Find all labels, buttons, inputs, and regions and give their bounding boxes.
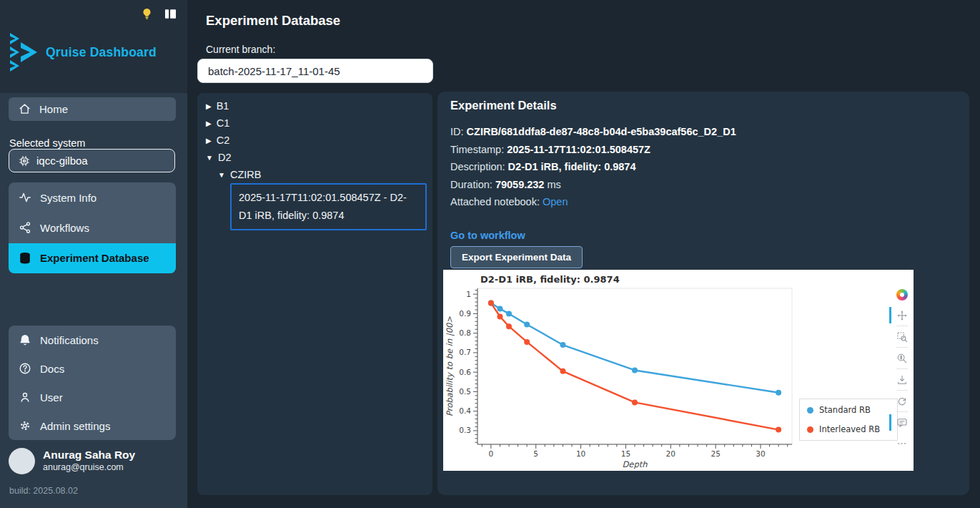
svg-text:5: 5: [533, 449, 538, 458]
svg-text:25: 25: [711, 449, 720, 458]
svg-text:0.3: 0.3: [459, 426, 471, 434]
sidebar-item-label: Admin settings: [40, 420, 110, 432]
sidebar-header: Qruise Dashboard: [0, 0, 187, 93]
bokeh-logo-icon[interactable]: [893, 284, 911, 305]
tree-item-czirb[interactable]: ▼CZIRB: [218, 167, 261, 182]
share-icon: [19, 221, 31, 234]
wheel-zoom-icon[interactable]: [893, 348, 911, 368]
sidebar-item-workflows[interactable]: Workflows: [9, 213, 176, 243]
svg-text:10: 10: [576, 449, 585, 458]
svg-text:20: 20: [666, 449, 675, 458]
svg-text:0.8: 0.8: [459, 328, 471, 337]
field-notebook: Attached notebook: Open: [450, 193, 736, 211]
sidebar-nav-secondary: Notifications Docs User Admin settings: [9, 326, 176, 440]
svg-text:0.7: 0.7: [459, 348, 471, 356]
svg-text:0.9: 0.9: [459, 309, 471, 318]
sidebar-item-label: Home: [39, 103, 68, 115]
tree-item-experiment-selected[interactable]: 2025-11-17T11:02:01.508457Z - D2-D1 iRB,…: [230, 183, 427, 230]
field-id: ID: CZIRB/681ddfa8-de87-48c8-b04d-e5ba39…: [450, 123, 736, 141]
reset-icon[interactable]: [893, 391, 911, 411]
user-name: Anurag Saha Roy: [43, 448, 135, 461]
experiment-details-panel: Experiment Details ID: CZIRB/681ddfa8-de…: [437, 92, 969, 495]
user-email: anurag@qruise.com: [43, 461, 135, 474]
field-timestamp: Timestamp: 2025-11-17T11:02:01.508457Z: [450, 141, 736, 159]
legend-item-standard-rb: Standard RB: [807, 405, 890, 415]
caret-right-icon: ▶: [206, 137, 212, 145]
sidebar-item-label: User: [40, 391, 63, 404]
chip-icon: [19, 155, 30, 167]
sidebar-item-notifications[interactable]: Notifications: [9, 326, 176, 354]
field-duration: Duration: 79059.232 ms: [450, 176, 736, 194]
legend-marker-standard-rb: [807, 407, 813, 414]
current-branch-label: Current branch:: [206, 44, 275, 55]
caret-right-icon: ▶: [206, 102, 212, 110]
caret-down-icon: ▼: [206, 154, 213, 162]
sidebar-item-label: Docs: [40, 363, 64, 375]
app-logo: Qruise Dashboard: [9, 31, 157, 73]
svg-text:Depth: Depth: [622, 459, 648, 469]
svg-text:0: 0: [489, 449, 494, 458]
hover-icon[interactable]: [893, 412, 911, 433]
svg-text:Probability to be in |00>: Probability to be in |00>: [445, 316, 455, 416]
selected-system-label: Selected system: [9, 137, 85, 149]
tree-item-c2[interactable]: ▶C2: [206, 132, 229, 148]
sidebar-item-label: System Info: [40, 192, 96, 204]
sidebar-toggle-icon[interactable]: [164, 7, 177, 21]
svg-text:0.6: 0.6: [459, 368, 471, 376]
user-profile: Anurag Saha Roy anurag@qruise.com: [9, 448, 135, 474]
more-icon[interactable]: ⋯: [893, 433, 911, 454]
svg-text:30: 30: [756, 449, 765, 458]
go-to-workflow-link[interactable]: Go to workflow: [450, 230, 525, 241]
sidebar-item-experiment-database[interactable]: Experiment Database: [9, 243, 176, 273]
svg-text:0.4: 0.4: [459, 406, 471, 415]
details-fields: ID: CZIRB/681ddfa8-de87-48c8-b04d-e5ba39…: [450, 123, 736, 211]
sidebar-item-user[interactable]: User: [9, 383, 176, 411]
details-heading: Experiment Details: [450, 99, 557, 112]
build-version: build: 2025.08.02: [9, 486, 78, 496]
bell-icon: [19, 333, 31, 346]
pan-icon[interactable]: [893, 305, 911, 326]
sidebar-nav-main: System Info Workflows Experiment Databas…: [9, 182, 176, 273]
svg-text:15: 15: [621, 449, 630, 458]
sidebar-item-label: Notifications: [40, 334, 99, 346]
tree-item-c1[interactable]: ▶C1: [206, 115, 229, 131]
open-notebook-link[interactable]: Open: [543, 196, 568, 207]
caret-down-icon: ▼: [218, 171, 225, 179]
page-title: Experiment Database: [206, 13, 340, 29]
sidebar-item-admin-settings[interactable]: Admin settings: [9, 411, 176, 440]
save-icon[interactable]: [893, 369, 911, 390]
sidebar-item-label: Workflows: [40, 222, 89, 234]
help-icon: [19, 362, 31, 375]
chart-toolbar: ⋯: [893, 284, 911, 454]
sidebar-item-system-info[interactable]: System Info: [9, 182, 176, 213]
system-select[interactable]: iqcc-gilboa: [9, 149, 175, 172]
caret-right-icon: ▶: [206, 119, 212, 127]
tree-item-d2[interactable]: ▼D2: [206, 150, 231, 165]
sidebar: Qruise Dashboard Home Selected system iq…: [0, 0, 187, 508]
activity-icon: [19, 191, 31, 204]
sidebar-item-label: Experiment Database: [40, 252, 149, 264]
app-window: Qruise Dashboard Home Selected system iq…: [0, 0, 980, 508]
gear-icon: [19, 419, 31, 432]
sidebar-item-docs[interactable]: Docs: [9, 354, 176, 383]
logo-chevrons-icon: [9, 31, 40, 73]
home-icon: [19, 103, 31, 115]
experiment-tree-panel: ▶B1 ▶C1 ▶C2 ▼D2 ▼CZIRB 2025-11-17T11:02:…: [197, 93, 432, 495]
export-experiment-data-button[interactable]: Export Experiment Data: [450, 246, 583, 268]
logo-text: Qruise Dashboard: [46, 45, 157, 60]
field-description: Description: D2-D1 iRB, fidelity: 0.9874: [450, 158, 736, 176]
chart-legend: Standard RB Interleaved RB: [799, 399, 898, 441]
database-icon: [19, 252, 31, 265]
box-zoom-icon[interactable]: [893, 326, 911, 347]
svg-text:1: 1: [466, 290, 471, 298]
experiment-chart: D2-D1 iRB, fidelity: 0.9874 0.30.40.50.6…: [443, 270, 914, 471]
system-select-value: iqcc-gilboa: [36, 155, 88, 167]
branch-input[interactable]: [197, 59, 433, 83]
lightbulb-icon[interactable]: [140, 7, 154, 21]
avatar: [9, 448, 35, 474]
legend-item-interleaved-rb: Interleaved RB: [807, 424, 890, 434]
legend-marker-interleaved-rb: [807, 426, 813, 433]
tree-item-b1[interactable]: ▶B1: [206, 98, 229, 114]
sidebar-item-home[interactable]: Home: [9, 97, 176, 121]
svg-text:0.5: 0.5: [459, 387, 471, 396]
